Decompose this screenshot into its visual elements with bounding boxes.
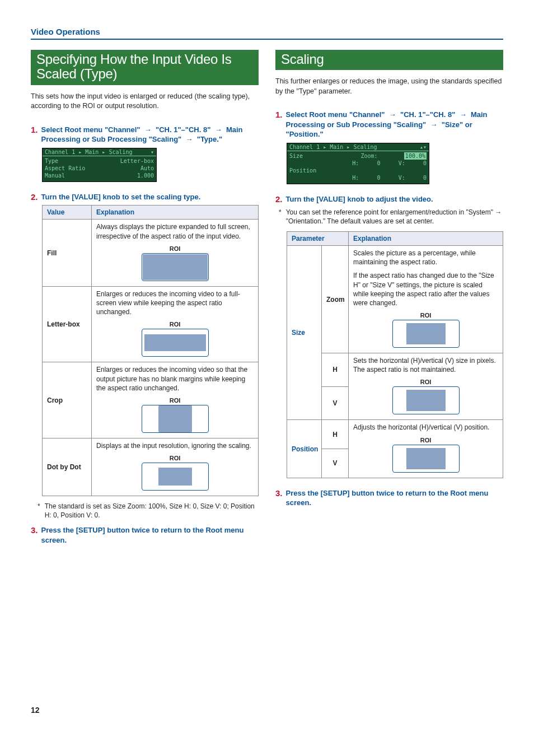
roi-diagram: ROI xyxy=(96,321,254,357)
step-text: Press the [SETUP] button twice to return… xyxy=(286,488,503,508)
triangle-down-icon: ▾ xyxy=(151,149,154,155)
page-number: 12 xyxy=(31,706,503,715)
footnote: *The standard is set as Size Zoom: 100%,… xyxy=(38,502,259,520)
lcd-display: Channel 1 ▸ Main ▸ Scaling ▴▾ SizeZoom:1… xyxy=(287,143,429,184)
step-number: 1. xyxy=(31,125,38,144)
step-2: 2. Turn the [VALUE] knob to adjust the v… xyxy=(275,194,503,204)
right-column: Scaling This further enlarges or reduces… xyxy=(275,50,503,549)
roi-diagram: ROI xyxy=(96,455,254,491)
arrow-right-icon: → xyxy=(213,125,224,134)
col-explanation: Explanation xyxy=(92,206,259,220)
step-text: Press the [SETUP] button twice to return… xyxy=(41,525,259,545)
scaling-params-table: ParameterExplanation Size Zoom Scales th… xyxy=(287,231,503,478)
col-value: Value xyxy=(43,206,92,220)
left-column: Specifying How the Input Video Is Scaled… xyxy=(31,50,259,549)
step-number: 3. xyxy=(31,525,38,545)
step-text: Select Root menu "Channel" → "CH. 1"–"CH… xyxy=(41,125,259,144)
lcd-breadcrumb: Channel 1 ▸ Main ▸ Scaling xyxy=(45,149,133,155)
step-3: 3. Press the [SETUP] button twice to ret… xyxy=(31,525,259,545)
step-number: 2. xyxy=(31,192,38,202)
table-row: Dot by Dot Displays at the input resolut… xyxy=(43,438,259,496)
arrow-right-icon: → xyxy=(428,120,439,129)
intro-type: This sets how the input video is enlarge… xyxy=(31,92,259,111)
intro-scaling: This further enlarges or reduces the ima… xyxy=(275,77,503,96)
lcd-display: Channel 1 ▸ Main ▸ Scaling ▾ TypeLetter-… xyxy=(42,148,157,182)
step-number: 3. xyxy=(275,488,283,508)
arrow-right-icon: → xyxy=(457,110,469,119)
triangle-updown-icon: ▴▾ xyxy=(420,144,427,150)
col-parameter: Parameter xyxy=(287,231,349,245)
section-title-scaling: Scaling xyxy=(275,50,503,70)
step-3: 3. Press the [SETUP] button twice to ret… xyxy=(275,488,503,508)
arrow-right-icon: → xyxy=(387,110,398,119)
roi-diagram: ROI xyxy=(353,379,498,414)
lcd-breadcrumb: Channel 1 ▸ Main ▸ Scaling xyxy=(289,144,377,150)
roi-diagram: ROI xyxy=(353,312,498,348)
footnote: *You can set the reference point for enl… xyxy=(279,208,503,226)
table-row: Crop Enlarges or reduces the incoming vi… xyxy=(43,362,259,438)
step-text: Turn the [VALUE] knob to adjust the vide… xyxy=(286,194,433,204)
col-explanation: Explanation xyxy=(349,231,503,245)
scaling-type-table: ValueExplanation Fill Always displays th… xyxy=(42,205,259,496)
roi-diagram: ROI xyxy=(353,437,498,473)
step-number: 1. xyxy=(275,110,283,139)
step-2: 2. Turn the [VALUE] knob to set the scal… xyxy=(31,192,259,202)
arrow-right-icon: → xyxy=(142,125,153,134)
table-row: Position H Adjusts the horizontal (H)/ve… xyxy=(287,420,503,449)
table-row: Fill Always displays the picture expande… xyxy=(43,220,259,286)
roi-diagram: ROI xyxy=(96,397,254,433)
page-header: Video Operations xyxy=(31,27,503,40)
table-row: Letter-box Enlarges or reduces the incom… xyxy=(43,286,259,362)
step-text: Select Root menu "Channel" → "CH. 1"–"CH… xyxy=(286,110,503,139)
section-title-type: Specifying How the Input Video Is Scaled… xyxy=(31,50,259,85)
table-row: Size Zoom Scales the picture as a percen… xyxy=(287,245,503,353)
step-text: Turn the [VALUE] knob to set the scaling… xyxy=(41,192,201,202)
roi-diagram: ROI xyxy=(96,245,254,281)
step-1: 1. Select Root menu "Channel" → "CH. 1"–… xyxy=(31,125,259,144)
step-1: 1. Select Root menu "Channel" → "CH. 1"–… xyxy=(275,110,503,139)
arrow-right-icon: → xyxy=(184,135,195,143)
step-number: 2. xyxy=(275,194,283,204)
